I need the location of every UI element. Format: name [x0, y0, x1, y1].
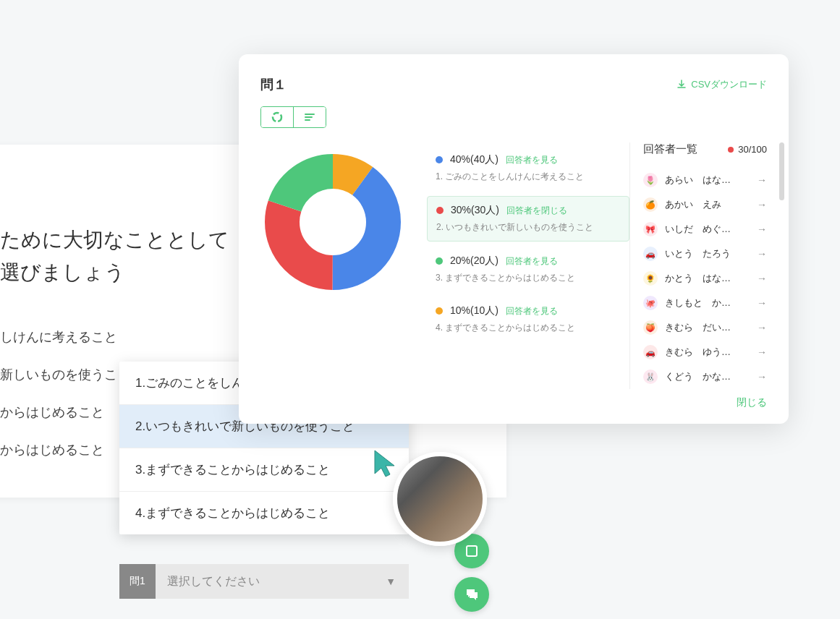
chart-section: 40%(40人) 回答者を見る 1. ごみのことをしんけんに考えること 30%(… [260, 142, 629, 389]
respondent-item[interactable]: 🌻 かとう はな… → [643, 266, 767, 291]
view-toggle-chart[interactable] [261, 107, 294, 127]
respondent-avatar-icon: 🎀 [643, 222, 658, 236]
donut-chart [260, 150, 405, 294]
respondent-avatar-icon: 🌷 [643, 173, 658, 187]
legend-section: 40%(40人) 回答者を見る 1. ごみのことをしんけんに考えること 30%(… [427, 142, 629, 389]
respondent-name: あらい はな… [665, 174, 750, 187]
legend-link-2[interactable]: 回答者を閉じる [506, 205, 567, 217]
list-icon [304, 111, 315, 123]
arrow-right-icon: → [757, 199, 767, 210]
respondents-section: 回答者一覧 30/100 🌷 あらい はな… → 🍊 あかい えみ → 🎀 いし… [629, 142, 767, 389]
respondent-item[interactable]: 🌷 あらい はな… → [643, 168, 767, 192]
select-placeholder: 選択してください [156, 574, 386, 589]
scrollbar[interactable] [779, 142, 784, 200]
arrow-right-icon: → [757, 371, 767, 383]
csv-download-button[interactable]: CSVダウンロード [676, 78, 767, 91]
close-button[interactable]: 閉じる [737, 396, 767, 409]
panel-title: 問１ [260, 76, 287, 93]
legend-percent-3: 20%(20人) [450, 255, 499, 268]
download-icon [676, 80, 687, 90]
respondent-avatar-icon: 🍑 [643, 320, 658, 335]
legend-label-3: 3. まずできることからはじめること [436, 272, 621, 284]
respondent-name: いとう たろう [665, 247, 750, 260]
respondent-name: あかい えみ [665, 198, 750, 211]
respondent-name: きしもと か… [665, 296, 750, 310]
respondent-name: くどう かな… [665, 370, 750, 383]
donut-icon [271, 111, 283, 123]
cursor-pointer-icon [373, 448, 400, 482]
respondent-name: いしだ めぐ… [665, 223, 750, 236]
panel-footer: 閉じる [260, 396, 767, 409]
respondent-name: かとう はな… [665, 272, 750, 285]
legend-percent-1: 40%(40人) [450, 153, 499, 166]
legend-dot-3 [436, 257, 443, 265]
respondent-item[interactable]: 🚗 いとう たろう → [643, 242, 767, 266]
svg-point-1 [273, 113, 281, 121]
respondents-count-text: 30/100 [738, 144, 767, 155]
legend-dot-4 [436, 307, 443, 315]
arrow-right-icon: → [757, 273, 767, 284]
arrow-right-icon: → [757, 297, 767, 309]
panel-body: 40%(40人) 回答者を見る 1. ごみのことをしんけんに考えること 30%(… [260, 142, 767, 389]
arrow-right-icon: → [757, 322, 767, 333]
legend-item-4[interactable]: 10%(10人) 回答者を見る 4. まずできることからはじめること [427, 297, 629, 341]
view-toggle-list[interactable] [294, 107, 326, 127]
legend-link-1[interactable]: 回答者を見る [506, 154, 558, 166]
respondent-name: きむら だい… [665, 321, 750, 334]
respondent-avatar-icon: 🐰 [643, 370, 658, 384]
respondent-name: きむら ゆう… [665, 346, 750, 359]
legend-label-1: 1. ごみのことをしんけんに考えること [436, 171, 621, 183]
student-avatar [393, 452, 487, 546]
respondent-avatar-icon: 🚗 [643, 247, 658, 261]
legend-link-4[interactable]: 回答者を見る [506, 305, 558, 317]
legend-label-2: 2. いつもきれいで新しいものを使うこと [436, 221, 620, 234]
chevron-down-icon: ▼ [386, 576, 409, 587]
panel-header: 問１ CSVダウンロード [260, 76, 767, 93]
analytics-panel: 問１ CSVダウンロード [239, 54, 789, 424]
respondents-title: 回答者一覧 [643, 142, 697, 156]
arrow-right-icon: → [757, 174, 767, 186]
legend-dot-1 [436, 156, 443, 163]
question-title-line1: ために大切なこととして [0, 229, 229, 251]
question-title-line2: 選びましょう [0, 261, 125, 283]
legend-item-1[interactable]: 40%(40人) 回答者を見る 1. ごみのことをしんけんに考えること [427, 146, 629, 190]
dropdown-item-3[interactable]: 3.まずできることからはじめること [119, 448, 409, 492]
select-badge: 問1 [119, 564, 156, 599]
respondent-item[interactable]: 🎀 いしだ めぐ… → [643, 217, 767, 242]
legend-link-3[interactable]: 回答者を見る [506, 255, 558, 268]
respondent-item[interactable]: 🐰 くどう かな… → [643, 364, 767, 389]
live-indicator-icon [728, 147, 734, 153]
legend-percent-2: 30%(30人) [451, 204, 499, 217]
respondent-list: 🌷 あらい はな… → 🍊 あかい えみ → 🎀 いしだ めぐ… → 🚗 いとう… [643, 168, 767, 389]
respondent-avatar-icon: 🚗 [643, 345, 658, 359]
respondent-avatar-icon: 🐙 [643, 296, 658, 310]
legend-item-2[interactable]: 30%(30人) 回答者を閉じる 2. いつもきれいで新しいものを使うこと [427, 196, 629, 242]
legend-percent-4: 10%(10人) [450, 304, 499, 317]
svg-rect-0 [467, 546, 477, 556]
respondents-count: 30/100 [728, 144, 767, 155]
question-select-input[interactable]: 問1 選択してください ▼ [119, 564, 409, 599]
respondents-header: 回答者一覧 30/100 [643, 142, 767, 156]
respondent-avatar-icon: 🍊 [643, 197, 658, 212]
respondent-avatar-icon: 🌻 [643, 271, 658, 286]
fab-chat-button[interactable] [454, 577, 489, 612]
legend-dot-2 [436, 207, 444, 214]
arrow-right-icon: → [757, 346, 767, 358]
arrow-right-icon: → [757, 223, 767, 235]
csv-download-label: CSVダウンロード [691, 78, 767, 91]
respondent-item[interactable]: 🐙 きしもと か… → [643, 291, 767, 315]
respondent-item[interactable]: 🍊 あかい えみ → [643, 192, 767, 217]
legend-label-4: 4. まずできることからはじめること [436, 322, 621, 334]
arrow-right-icon: → [757, 248, 767, 260]
view-toggle [260, 106, 326, 128]
legend-item-3[interactable]: 20%(20人) 回答者を見る 3. まずできることからはじめること [427, 247, 629, 291]
respondent-item[interactable]: 🚗 きむら ゆう… → [643, 340, 767, 364]
dropdown-item-4[interactable]: 4.まずできることからはじめること [119, 492, 409, 534]
respondent-item[interactable]: 🍑 きむら だい… → [643, 315, 767, 340]
